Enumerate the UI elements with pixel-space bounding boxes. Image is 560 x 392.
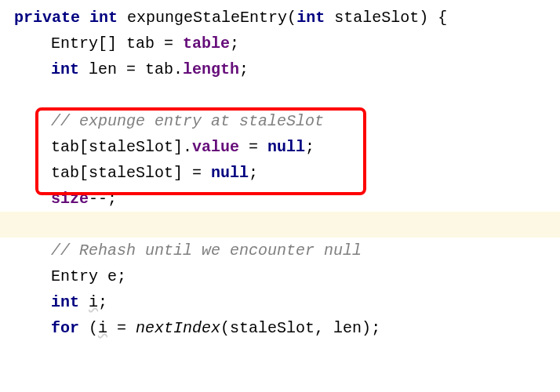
- code-text: =: [239, 138, 267, 156]
- method-name: expungeStaleEntry: [127, 9, 287, 27]
- code-text: tab[staleSlot].: [51, 138, 192, 156]
- field-ref: length: [183, 60, 239, 78]
- blank-line: [14, 82, 560, 108]
- code-line: tab[staleSlot] = null;: [14, 160, 560, 186]
- brace: {: [428, 9, 447, 27]
- field-ref: value: [192, 138, 239, 156]
- code-line: Entry e;: [14, 263, 560, 289]
- code-line: // Rehash until we encounter null: [14, 238, 560, 263]
- semicolon: ;: [239, 60, 249, 78]
- semicolon: ;: [305, 138, 315, 156]
- code-line: tab[staleSlot].value = null;: [14, 134, 560, 160]
- code-text: Entry[] tab =: [51, 34, 183, 53]
- function-call: nextIndex: [136, 319, 220, 337]
- keyword-null: null: [211, 164, 249, 182]
- code-text: =: [107, 319, 136, 337]
- space: [79, 293, 89, 311]
- semicolon: ;: [249, 164, 258, 182]
- code-line: int len = tab.length;: [14, 56, 560, 82]
- code-text: tab[staleSlot] =: [51, 164, 211, 182]
- keyword-for: for: [51, 319, 79, 337]
- code-text: Entry e;: [51, 267, 126, 285]
- code-line: // expunge entry at staleSlot: [14, 108, 560, 134]
- variable: i: [98, 319, 107, 337]
- code-text: (staleSlot, len);: [220, 319, 380, 337]
- keyword-int: int: [296, 9, 325, 27]
- semicolon: ;: [98, 293, 107, 311]
- keyword-int: int: [51, 60, 79, 78]
- semicolon: ;: [230, 34, 239, 53]
- keyword-null: null: [267, 138, 305, 156]
- keyword-int: int: [51, 293, 79, 311]
- code-line: private int expungeStaleEntry(int staleS…: [14, 5, 560, 31]
- code-block: private int expungeStaleEntry(int staleS…: [0, 0, 560, 392]
- keyword-private: private: [14, 9, 80, 27]
- variable: i: [89, 293, 98, 311]
- keyword-int: int: [89, 9, 118, 27]
- field-ref: size: [51, 190, 89, 208]
- blank: [14, 216, 60, 234]
- comment: // expunge entry at staleSlot: [51, 112, 324, 130]
- param: staleSlot: [325, 9, 419, 27]
- paren: (: [287, 9, 296, 27]
- code-text: len = tab.: [79, 60, 183, 78]
- code-text: --;: [89, 190, 117, 208]
- field-ref: table: [183, 34, 230, 53]
- code-text: (: [79, 319, 98, 337]
- code-line: for (i = nextIndex(staleSlot, len);: [14, 315, 560, 341]
- paren: ): [419, 9, 428, 27]
- code-line: Entry[] tab = table;: [14, 31, 560, 56]
- blank: [51, 86, 60, 104]
- code-line: int i;: [14, 289, 560, 315]
- highlighted-line: [0, 212, 560, 238]
- comment: // Rehash until we encounter null: [51, 241, 362, 260]
- code-line: size--;: [14, 186, 560, 212]
